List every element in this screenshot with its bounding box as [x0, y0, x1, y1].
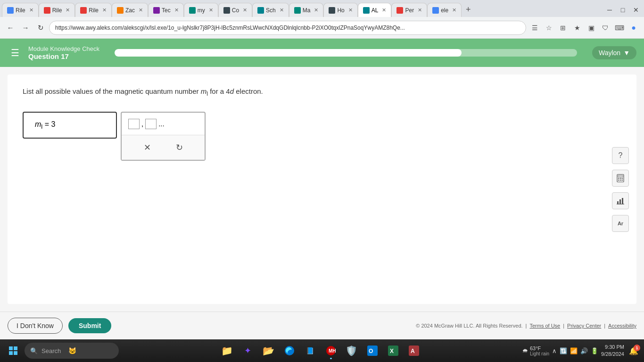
weather-info: 63°F Light rain	[530, 346, 549, 356]
tab-2-close[interactable]: ✕	[66, 7, 70, 13]
profile-icon[interactable]: ●	[627, 21, 640, 34]
question-title: Question 17	[28, 52, 99, 60]
tab-11-active[interactable]: AL ✕	[358, 3, 392, 17]
answer-input-bottom: ✕ ↻	[122, 135, 205, 160]
tab-12-close[interactable]: ✕	[418, 7, 422, 13]
volume-icon[interactable]: 🔊	[580, 347, 588, 354]
tab-2-favicon	[44, 7, 50, 14]
weather-icon: 🌧	[522, 347, 528, 354]
dont-know-button[interactable]: I Don't Know	[8, 318, 63, 334]
tab-5[interactable]: Tec ✕	[148, 3, 184, 17]
tab-8-close[interactable]: ✕	[280, 7, 284, 13]
tab-grid-icon[interactable]: ⊞	[556, 21, 570, 34]
tab-13-close[interactable]: ✕	[452, 7, 456, 13]
collections-icon[interactable]: ▣	[585, 21, 598, 34]
tab-6-close[interactable]: ✕	[209, 7, 213, 13]
refresh-button[interactable]: ↻	[34, 21, 47, 34]
tab-10[interactable]: Ho ✕	[323, 3, 357, 17]
favorites-icon[interactable]: ★	[570, 21, 584, 34]
tab-9-close[interactable]: ✕	[314, 7, 318, 13]
tab-8[interactable]: Sch ✕	[252, 3, 289, 17]
tab-9-label: Ma	[303, 7, 311, 14]
submit-button[interactable]: Submit	[68, 318, 111, 333]
taskbar-files-app[interactable]: 📁	[218, 341, 237, 360]
tab-5-close[interactable]: ✕	[174, 7, 179, 13]
tab-13[interactable]: ele ✕	[427, 3, 462, 17]
taskbar-copilot-app[interactable]: ✦	[239, 341, 257, 360]
terms-link[interactable]: Terms of Use	[529, 323, 560, 329]
browser-guard-icon[interactable]: 🛡	[599, 21, 612, 34]
menu-icon[interactable]: ☰	[8, 45, 23, 60]
reader-mode-icon[interactable]: ☰	[528, 21, 541, 34]
module-title: Module Knowledge Check	[28, 45, 99, 52]
separator-3: |	[604, 323, 605, 329]
taskbar-search-label: Search	[41, 347, 61, 354]
tab-bar: Rile ✕ Rile ✕ Rile ✕ Zac ✕ Tec ✕ my ✕	[0, 0, 644, 17]
answer-input-top[interactable]: , ...	[122, 113, 205, 135]
excel-icon: X	[388, 346, 398, 356]
input-box-1	[128, 119, 140, 129]
separator-2: |	[563, 323, 564, 329]
calculator-tool-button[interactable]	[612, 170, 629, 187]
taskbar-excel-app[interactable]: X	[384, 341, 403, 360]
minimize-button[interactable]: ─	[603, 4, 616, 16]
periodic-table-button[interactable]: Ar	[612, 215, 629, 232]
taskbar-search-bar[interactable]: 🔍 Search 🐱	[25, 343, 119, 359]
accessibility-link[interactable]: Accessibility	[608, 323, 636, 329]
tab-1-close[interactable]: ✕	[29, 7, 33, 13]
hidden-icons-button[interactable]: ∧	[552, 347, 557, 354]
close-button[interactable]: ✕	[630, 4, 642, 16]
undo-button[interactable]: ↻	[171, 139, 188, 156]
tab-9[interactable]: Ma ✕	[289, 3, 324, 17]
tab-6[interactable]: my ✕	[184, 3, 218, 17]
address-input[interactable]	[49, 21, 526, 35]
tab-2[interactable]: Rile ✕	[39, 3, 75, 17]
bookmark-icon[interactable]: ☆	[542, 21, 555, 34]
forward-button[interactable]: →	[19, 21, 32, 34]
aleks-footer: I Don't Know Submit © 2024 McGraw Hill L…	[0, 312, 644, 339]
taskbar-outlook-app[interactable]: O	[363, 341, 382, 360]
taskbar-aleks-app[interactable]: 📘	[301, 341, 320, 360]
clear-button[interactable]: ✕	[139, 139, 156, 156]
back-button[interactable]: ←	[4, 21, 17, 34]
privacy-link[interactable]: Privacy Center	[567, 323, 601, 329]
tab-4[interactable]: Zac ✕	[112, 3, 148, 17]
sidebar-tools: ?	[612, 147, 629, 232]
notification-button[interactable]: 🔔	[627, 341, 640, 360]
tab-3-favicon	[80, 7, 87, 14]
taskbar-access-app[interactable]: A	[405, 341, 423, 360]
tab-11-close[interactable]: ✕	[382, 7, 386, 13]
svg-rect-2	[618, 178, 619, 179]
weather-desc: Light rain	[530, 351, 549, 356]
help-tool-button[interactable]: ?	[612, 147, 629, 164]
search-icon: 🔍	[30, 347, 38, 354]
network-icon[interactable]: 📶	[570, 347, 578, 354]
maximize-button[interactable]: □	[617, 4, 629, 16]
extension-icon[interactable]: ⌨	[613, 21, 626, 34]
user-name: Waylon	[599, 49, 620, 57]
tab-7-close[interactable]: ✕	[243, 7, 247, 13]
taskbar-mcafee-app[interactable]: 🛡️	[342, 341, 361, 360]
weather-widget[interactable]: 🌧 63°F Light rain	[522, 346, 549, 356]
start-button[interactable]	[4, 341, 23, 360]
taskbar-explorer-app[interactable]: 📂	[259, 341, 278, 360]
tab-7[interactable]: Co ✕	[218, 3, 252, 17]
tab-10-close[interactable]: ✕	[348, 7, 353, 13]
progress-fill	[115, 49, 462, 57]
tab-4-close[interactable]: ✕	[139, 7, 143, 13]
battery-icon[interactable]: 🔋	[591, 347, 598, 354]
taskbar-edge-app[interactable]	[280, 341, 299, 360]
new-tab-button[interactable]: +	[462, 3, 475, 16]
chart-tool-button[interactable]	[612, 192, 629, 209]
tab-12[interactable]: Per ✕	[391, 3, 427, 17]
svg-rect-9	[619, 199, 621, 204]
quantum-number-italic: m	[201, 87, 207, 95]
ar-label: Ar	[618, 221, 623, 226]
taskbar-browser-active[interactable]: MH	[322, 341, 340, 360]
taskbar-clock[interactable]: 9:30 PM 9/28/2024	[601, 344, 624, 358]
tab-3[interactable]: Rile ✕	[75, 3, 112, 17]
tab-3-close[interactable]: ✕	[102, 7, 107, 13]
user-menu-button[interactable]: Waylon ▼	[592, 46, 636, 59]
network-updates-icon[interactable]: 🔃	[560, 347, 567, 354]
tab-1[interactable]: Rile ✕	[2, 3, 39, 17]
